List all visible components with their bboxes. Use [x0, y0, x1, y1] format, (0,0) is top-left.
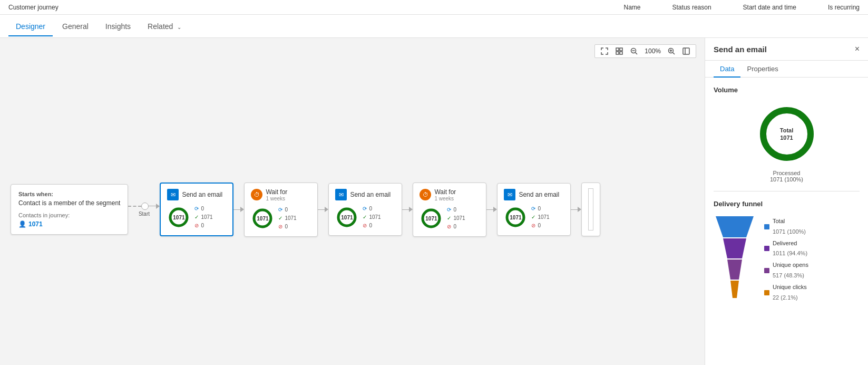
col-recurring: Is recurring	[828, 4, 860, 11]
canvas-area[interactable]: 100% Starts when: Conta	[0, 38, 705, 365]
donut-count: 1071	[173, 215, 184, 220]
panel-donut-label: Total 1071	[780, 127, 793, 142]
expand-icon[interactable]	[598, 46, 611, 56]
col-status: Status reason	[672, 4, 711, 11]
start-circle	[141, 203, 149, 210]
column-headers: Name Status reason Start date and time I…	[624, 4, 860, 11]
contacts-count: 👤 1071	[18, 220, 120, 228]
node-header: ✉ Send an email	[335, 189, 395, 200]
svg-rect-0	[616, 48, 619, 51]
person-icon: 👤	[18, 220, 26, 228]
legend-total: Total 1071 (100%)	[764, 216, 808, 237]
legend-label-delivered: Delivered 1011 (94.4%)	[773, 238, 807, 260]
email-icon: ✉	[167, 189, 179, 200]
node-donut: 1071	[251, 207, 274, 230]
col-name: Name	[624, 4, 641, 11]
starts-when-label: Starts when:	[18, 191, 120, 197]
processed-label: Processed 1071 (100%)	[770, 170, 803, 182]
journey-node-partial[interactable]	[581, 182, 600, 236]
journey-canvas: Starts when: Contact is a member of the …	[11, 64, 694, 354]
connector-5	[571, 207, 581, 212]
close-button[interactable]: ×	[855, 44, 860, 54]
svg-marker-25	[716, 216, 754, 237]
node-stats: ⟳0 ✓1071 ⊘0	[194, 205, 212, 230]
node-body: 1071 ⟳0 ✓1071 ⊘0	[167, 205, 226, 230]
node-title: Wait for 1 weeks	[434, 188, 456, 201]
node-body: 1071 ⟳0 ✓1071 ⊘0	[420, 206, 480, 231]
email-icon: ✉	[335, 189, 347, 200]
wait-icon: ⏱	[420, 189, 431, 200]
panel-title: Send an email	[714, 45, 767, 54]
legend-dot-total	[764, 224, 769, 229]
node-header: ✉ Send an email	[167, 189, 226, 200]
node-stats: ⟳0 ✓1071 ⊘0	[447, 206, 465, 231]
right-panel: Send an email × Data Properties Volume	[705, 38, 868, 365]
journey-node-email-1[interactable]: ✉ Send an email 1071 ⟳0	[160, 182, 233, 236]
tab-insights[interactable]: Insights	[98, 17, 138, 36]
node-header: ✉ Send an email	[504, 189, 564, 200]
node-title: Send an email	[350, 191, 391, 198]
legend-dot-delivered	[764, 246, 769, 251]
node-stats: ⟳0 ✓1071 ⊘0	[363, 205, 381, 230]
fullscreen-icon[interactable]	[680, 46, 693, 56]
svg-line-10	[673, 53, 675, 55]
node-stats: ⟳0 ✓1071 ⊘0	[278, 206, 296, 231]
donut-count: 1071	[510, 215, 521, 220]
volume-heading: Volume	[714, 86, 860, 94]
zoom-in-icon[interactable]	[665, 46, 678, 56]
panel-donut: Total 1071	[755, 102, 818, 166]
tab-navigation: Designer General Insights Related ⌄	[0, 15, 868, 38]
legend-dot-unique-opens	[764, 268, 769, 273]
email-icon: ✉	[504, 189, 515, 200]
donut-count: 1071	[257, 215, 268, 221]
start-label: Start	[139, 211, 150, 217]
donut-count: 1071	[341, 215, 353, 220]
legend-label-unique-clicks: Unique clicks 22 (2.1%)	[773, 282, 807, 303]
legend-unique-opens: Unique opens 517 (48.3%)	[764, 260, 808, 281]
main-container: 100% Starts when: Conta	[0, 38, 868, 365]
funnel-chart-area: Total 1071 (100%) Delivered 1011 (94.4%)	[714, 216, 860, 304]
legend-dot-unique-clicks	[764, 290, 769, 295]
connector-1	[233, 207, 244, 212]
node-header: ⏱ Wait for 1 weeks	[251, 188, 311, 201]
funnel-legend: Total 1071 (100%) Delivered 1011 (94.4%)	[764, 216, 808, 304]
node-donut: 1071	[335, 206, 358, 229]
tab-designer[interactable]: Designer	[8, 17, 53, 36]
donut-count: 1071	[425, 215, 437, 221]
arrow-icon	[156, 204, 160, 209]
zoom-out-icon[interactable]	[628, 46, 640, 56]
overview-icon[interactable]	[613, 46, 626, 56]
node-title: Send an email	[182, 191, 222, 198]
page-title: Customer journey	[8, 4, 58, 11]
journey-node-wait-1[interactable]: ⏱ Wait for 1 weeks 1071	[244, 182, 318, 237]
node-donut: 1071	[420, 207, 443, 230]
node-body: 1071 ⟳0 ✓1071 ⊘0	[504, 205, 564, 230]
panel-header: Send an email ×	[705, 38, 868, 61]
tab-related[interactable]: Related ⌄	[140, 17, 189, 36]
svg-line-6	[636, 53, 638, 55]
funnel-shape	[714, 216, 756, 302]
svg-rect-1	[620, 48, 622, 51]
legend-label-unique-opens: Unique opens 517 (48.3%)	[773, 260, 808, 281]
panel-tab-properties[interactable]: Properties	[740, 61, 784, 77]
svg-rect-11	[683, 48, 689, 54]
connector-2	[318, 207, 328, 212]
wait-icon: ⏱	[251, 189, 262, 200]
tab-general[interactable]: General	[55, 17, 96, 36]
journey-node-wait-2[interactable]: ⏱ Wait for 1 weeks 1071	[413, 182, 486, 237]
node-body: 1071 ⟳0 ✓1071 ⊘0	[335, 205, 395, 230]
node-donut: 1071	[167, 206, 190, 229]
journey-node-email-3[interactable]: ✉ Send an email 1071 ⟳0	[497, 183, 571, 236]
node-body: 1071 ⟳0 ✓1071 ⊘0	[251, 206, 311, 231]
node-donut: 1071	[504, 206, 527, 229]
funnel-section: Delivery funnel	[714, 200, 860, 304]
node-title: Send an email	[519, 191, 559, 198]
node-title: Wait for 1 weeks	[266, 188, 287, 201]
chevron-down-icon: ⌄	[177, 24, 181, 30]
divider	[714, 191, 860, 191]
panel-tabs: Data Properties	[705, 61, 868, 78]
node-header: ⏱ Wait for 1 weeks	[420, 188, 480, 201]
journey-node-email-2[interactable]: ✉ Send an email 1071 ⟳0	[328, 183, 402, 236]
svg-rect-2	[616, 52, 619, 54]
panel-tab-data[interactable]: Data	[714, 61, 740, 77]
